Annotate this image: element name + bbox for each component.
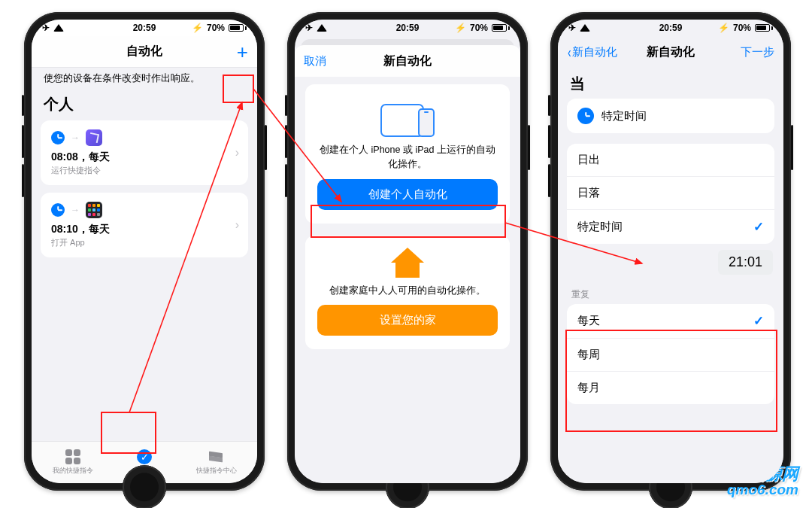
automation-title: 08:10，每天 (51, 223, 238, 236)
automation-title: 08:08，每天 (51, 151, 238, 164)
home-automation-promo: 创建家庭中人人可用的自动化操作。 设置您的家 (305, 236, 510, 350)
charging-icon: ⚡ (455, 23, 466, 33)
next-button[interactable]: 下一步 (729, 45, 774, 59)
stack-icon (209, 450, 224, 464)
automation-sub: 运行快捷指令 (51, 165, 238, 176)
arrow-icon: → (71, 132, 80, 143)
automation-card[interactable]: → 08:10，每天 打开 App › (41, 193, 248, 257)
option-sunrise[interactable]: 日出 (567, 144, 774, 177)
section-personal: 个人 (41, 93, 248, 120)
launcher-app-icon (86, 202, 102, 218)
time-options-list: 日出 日落 特定时间✓ (567, 144, 774, 244)
battery-icon (755, 24, 773, 32)
iphone-icon (418, 108, 435, 137)
status-time: 20:59 (133, 23, 156, 33)
repeat-daily[interactable]: 每天✓ (567, 304, 774, 339)
repeat-weekly[interactable]: 每周 (567, 339, 774, 372)
personal-automation-promo: 创建在个人 iPhone 或 iPad 上运行的自动化操作。 创建个人自动化 (305, 84, 510, 224)
create-personal-automation-button[interactable]: 创建个人自动化 (317, 179, 498, 210)
tab-shortcuts[interactable]: 我的快捷指令 (53, 449, 93, 476)
nav-bar: 取消 新自动化 (295, 45, 520, 77)
charging-icon: ⚡ (718, 23, 729, 33)
airplane-icon: ✈ (568, 23, 576, 33)
battery-pct: 70% (470, 23, 488, 33)
airplane-icon: ✈ (42, 23, 50, 33)
wifi-icon (317, 24, 327, 32)
battery-pct: 70% (733, 23, 751, 33)
battery-icon (229, 24, 247, 32)
clock-icon (51, 203, 65, 217)
wifi-icon (580, 24, 590, 32)
automation-sub: 打开 App (51, 237, 238, 248)
repeat-monthly[interactable]: 每月 (567, 372, 774, 404)
nav-bar: ‹新自动化 新自动化 下一步 (558, 36, 783, 68)
chevron-left-icon: ‹ (568, 44, 571, 61)
shortcut-app-icon (86, 129, 102, 146)
check-circle-icon: ✓ (137, 449, 152, 464)
time-picker[interactable]: 21:01 (718, 250, 773, 275)
status-bar: ✈ 20:59 ⚡70% (295, 20, 520, 36)
trigger-selected-list: 特定时间 (567, 99, 774, 133)
airplane-icon: ✈ (305, 23, 313, 33)
nav-title: 新自动化 (383, 53, 432, 69)
repeat-label: 重复 (567, 281, 774, 304)
phone-3: ✈ 20:59 ⚡70% ‹新自动化 新自动化 下一步 当 特定时间 日出 (550, 12, 791, 491)
home-button[interactable] (123, 465, 166, 508)
plus-icon: + (237, 42, 248, 62)
charging-icon: ⚡ (192, 23, 203, 33)
check-icon: ✓ (753, 219, 764, 235)
automation-card[interactable]: → 08:08，每天 运行快捷指令 › (41, 120, 248, 185)
check-icon: ✓ (753, 313, 764, 329)
devices-illustration (317, 95, 498, 137)
when-heading: 当 (567, 68, 774, 99)
repeat-list: 每天✓ 每周 每月 (567, 304, 774, 404)
status-time: 20:59 (659, 23, 683, 33)
cancel-button[interactable]: 取消 (304, 54, 349, 68)
status-time: 20:59 (396, 23, 420, 33)
home-desc: 创建家庭中人人可用的自动化操作。 (317, 284, 498, 298)
trigger-specific-time-row[interactable]: 特定时间 (567, 99, 774, 133)
nav-title: 自动化 (126, 44, 162, 59)
add-automation-button[interactable]: + (203, 42, 248, 62)
option-sunset[interactable]: 日落 (567, 177, 774, 210)
chevron-right-icon: › (235, 218, 239, 232)
phone-2: ✈ 20:59 ⚡70% 取消 新自动化 创建在个人 iPhone 或 iPad… (287, 12, 528, 491)
chevron-right-icon: › (235, 146, 239, 160)
grid-icon (65, 449, 80, 464)
clock-icon (51, 131, 65, 144)
setup-home-button[interactable]: 设置您的家 (317, 305, 498, 336)
nav-bar: 自动化 + (32, 36, 257, 68)
phone-1: ✈ 20:59 ⚡70% 自动化 + 使您的设备在条件改变时作出响应。 个人 → (24, 12, 265, 491)
personal-desc: 创建在个人 iPhone 或 iPad 上运行的自动化操作。 (317, 143, 498, 172)
arrow-icon: → (71, 205, 80, 215)
back-button[interactable]: ‹新自动化 (567, 44, 617, 61)
home-icon (391, 248, 424, 278)
battery-icon (492, 24, 510, 32)
status-bar: ✈ 20:59 ⚡70% (558, 20, 783, 36)
wifi-icon (53, 24, 64, 32)
battery-pct: 70% (207, 23, 225, 33)
tab-gallery[interactable]: 快捷指令中心 (196, 449, 237, 476)
page-subtitle: 使您的设备在条件改变时作出响应。 (41, 68, 248, 93)
status-bar: ✈ 20:59 ⚡70% (32, 20, 257, 36)
nav-title: 新自动化 (647, 44, 695, 60)
clock-icon (577, 108, 594, 124)
stage: ✈ 20:59 ⚡70% 自动化 + 使您的设备在条件改变时作出响应。 个人 → (0, 0, 812, 508)
option-specific-time[interactable]: 特定时间✓ (567, 210, 774, 244)
